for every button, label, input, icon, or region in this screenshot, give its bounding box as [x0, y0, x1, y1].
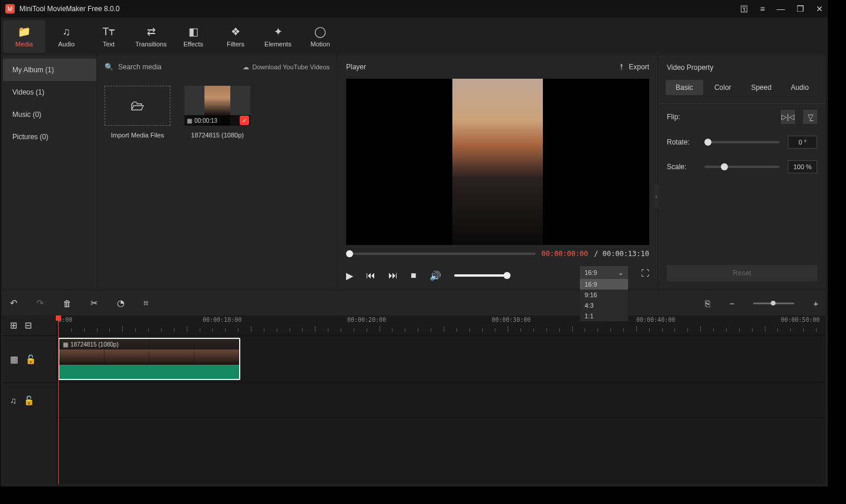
next-frame-button[interactable]: ⏭	[388, 270, 398, 281]
property-title: Video Property	[659, 55, 825, 80]
audio-icon: ♫	[62, 26, 70, 38]
ruler-label: 00:00:40:00	[636, 317, 675, 323]
scale-label: Scale:	[667, 163, 696, 171]
album-item[interactable]: Music (0)	[3, 103, 96, 126]
video-property-panel: › Video Property BasicColorSpeedAudio Fl…	[659, 55, 825, 288]
flip-horizontal-button[interactable]: ▷|◁	[781, 110, 795, 124]
time-total: / 00:00:13:10	[594, 250, 649, 258]
tab-motion[interactable]: ◯Motion	[299, 20, 341, 53]
effects-icon: ◧	[189, 25, 199, 38]
minimize-button[interactable]: —	[777, 4, 785, 14]
album-item[interactable]: My Album (1)	[3, 59, 96, 81]
ratio-option-4-3[interactable]: 4:3	[580, 300, 628, 311]
delete-button[interactable]: 🗑	[63, 298, 72, 308]
scrub-slider[interactable]	[346, 253, 536, 255]
tab-text[interactable]: TᴛText	[88, 20, 130, 53]
album-item[interactable]: Videos (1)	[3, 81, 96, 103]
video-icon: ▦	[187, 117, 192, 124]
playhead[interactable]	[58, 315, 59, 484]
media-library: 🔍 Search media ☁Download YouTube Videos …	[98, 55, 337, 288]
zoom-in-button[interactable]: +	[813, 298, 818, 308]
tab-transitions[interactable]: ⇄Transitions	[130, 20, 172, 53]
lock-track-button[interactable]: 🔓	[25, 354, 36, 365]
audio-track-icon: ♫	[10, 395, 16, 405]
collapse-track-button[interactable]: ⊟	[25, 320, 32, 331]
ruler-label: 00:00:30:00	[492, 317, 531, 323]
tab-audio[interactable]: ♫Audio	[45, 20, 88, 53]
panel-collapse-handle[interactable]: ›	[654, 184, 659, 208]
timeline-fit-button[interactable]: ⎘	[705, 298, 710, 308]
export-button[interactable]: ⭱Export	[618, 63, 649, 71]
clip-video-icon: ▦	[63, 341, 68, 348]
license-key-icon[interactable]: ⚿	[740, 4, 748, 14]
audio-track[interactable]	[56, 382, 825, 418]
video-track[interactable]: ▦18724815 (1080p)	[56, 335, 825, 382]
text-icon: Tᴛ	[103, 25, 115, 38]
album-sidebar: My Album (1)Videos (1)Music (0)Pictures …	[3, 55, 96, 288]
download-youtube-link[interactable]: ☁Download YouTube Videos	[243, 63, 330, 71]
rotate-label: Rotate:	[667, 138, 696, 146]
elements-icon: ✦	[274, 25, 283, 38]
timeline: ↶ ↷ 🗑 ✂ ◔ ⌗ ⎘ − + ⊞ ⊟ ▦ 🔓	[3, 291, 825, 484]
volume-slider[interactable]	[454, 274, 507, 277]
app-title: MiniTool MovieMaker Free 8.0.0	[19, 5, 740, 13]
video-frame-content	[452, 79, 543, 245]
tab-media[interactable]: 📁Media	[3, 20, 45, 53]
video-track-icon: ▦	[10, 354, 18, 365]
source-tabs: 📁Media♫AudioTᴛText⇄Transitions◧Effects❖F…	[1, 18, 828, 53]
maximize-button[interactable]: ❐	[797, 4, 804, 14]
ratio-option-9-16[interactable]: 9:16	[580, 290, 628, 300]
player-title: Player	[346, 63, 618, 71]
prop-tab-basic[interactable]: Basic	[666, 80, 703, 95]
media-icon: 📁	[18, 25, 31, 38]
add-track-button[interactable]: ⊞	[10, 320, 18, 331]
volume-icon[interactable]: 🔊	[429, 270, 441, 281]
cloud-icon: ☁	[243, 63, 249, 71]
prop-tab-audio[interactable]: Audio	[781, 80, 819, 95]
export-icon: ⭱	[618, 63, 625, 71]
undo-button[interactable]: ↶	[10, 298, 18, 308]
zoom-out-button[interactable]: −	[729, 298, 734, 308]
prop-tab-speed[interactable]: Speed	[743, 80, 780, 95]
split-button[interactable]: ✂	[90, 298, 98, 308]
lock-audio-button[interactable]: 🔓	[24, 395, 35, 406]
ratio-option-16-9[interactable]: 16:9	[580, 279, 628, 290]
import-media-button[interactable]: 🗁 Import Media Files	[105, 86, 170, 139]
app-logo: M	[5, 4, 15, 14]
rotate-value[interactable]: 0 °	[788, 136, 817, 149]
reset-button[interactable]: Reset	[667, 265, 817, 281]
filters-icon: ❖	[231, 25, 240, 38]
rotate-slider[interactable]	[704, 141, 780, 143]
timeline-ruler[interactable]: 0:0000:00:10:0000:00:20:0000:00:30:0000:…	[56, 315, 825, 335]
redo-button[interactable]: ↷	[36, 298, 44, 308]
folder-icon: 🗁	[130, 98, 145, 114]
transitions-icon: ⇄	[147, 25, 156, 38]
search-icon: 🔍	[105, 63, 113, 71]
tab-elements[interactable]: ✦Elements	[257, 20, 299, 53]
prev-frame-button[interactable]: ⏮	[366, 270, 375, 281]
clip-added-check-icon: ✓	[240, 116, 249, 125]
prop-tab-color[interactable]: Color	[704, 80, 742, 95]
zoom-slider[interactable]	[753, 303, 794, 304]
video-preview[interactable]	[346, 79, 649, 245]
scale-value[interactable]: 100 %	[788, 160, 817, 173]
timeline-clip[interactable]: ▦18724815 (1080p)	[58, 338, 240, 380]
crop-button[interactable]: ⌗	[143, 298, 148, 308]
play-button[interactable]: ▶	[346, 270, 353, 281]
hamburger-menu-icon[interactable]: ≡	[760, 4, 765, 14]
album-item[interactable]: Pictures (0)	[3, 126, 96, 148]
tab-filters[interactable]: ❖Filters	[214, 20, 257, 53]
timeline-toolbar: ↶ ↷ 🗑 ✂ ◔ ⌗ ⎘ − +	[3, 291, 825, 315]
fullscreen-button[interactable]: ⛶	[641, 268, 649, 278]
speed-button[interactable]: ◔	[117, 298, 125, 308]
player-panel: Player ⭱Export 00:00:00:00 / 00:00:13:10…	[338, 55, 657, 288]
media-clip[interactable]: ▦00:00:13 ✓ 18724815 (1080p)	[184, 86, 250, 139]
ruler-label: 00:00:10:00	[203, 317, 241, 323]
search-media-input[interactable]: Search media	[118, 63, 238, 71]
tab-effects[interactable]: ◧Effects	[172, 20, 214, 53]
aspect-ratio-select[interactable]: 16:9⌄	[580, 266, 628, 279]
close-button[interactable]: ✕	[816, 4, 823, 14]
stop-button[interactable]: ■	[411, 270, 417, 281]
flip-vertical-button[interactable]: ▽̲	[803, 110, 817, 124]
scale-slider[interactable]	[704, 166, 780, 168]
